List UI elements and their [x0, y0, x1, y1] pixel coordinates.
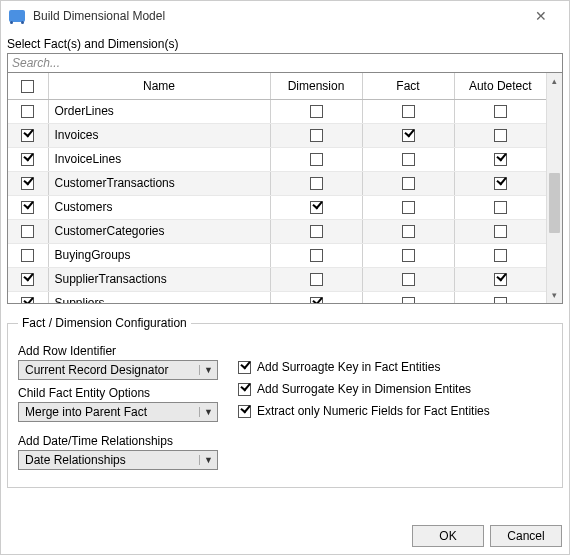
- titlebar: Build Dimensional Model ✕: [1, 1, 569, 31]
- section-label: Select Fact(s) and Dimension(s): [7, 37, 563, 51]
- row-select-checkbox[interactable]: [21, 297, 34, 303]
- row-auto-detect-checkbox[interactable]: [494, 249, 507, 262]
- config-fieldset: Fact / Dimension Configuration Add Row I…: [7, 316, 563, 488]
- opt-numeric-only-checkbox[interactable]: [238, 405, 251, 418]
- col-dimension[interactable]: Dimension: [270, 73, 362, 99]
- chevron-down-icon: ▼: [199, 407, 217, 417]
- row-auto-detect-checkbox[interactable]: [494, 105, 507, 118]
- row-auto-detect-checkbox[interactable]: [494, 177, 507, 190]
- row-dimension-checkbox[interactable]: [310, 177, 323, 190]
- row-id-label: Add Row Identifier: [18, 344, 218, 358]
- row-fact-checkbox[interactable]: [402, 249, 415, 262]
- search-input[interactable]: [8, 54, 562, 72]
- child-fact-value: Merge into Parent Fact: [19, 405, 199, 419]
- scroll-thumb[interactable]: [549, 173, 560, 233]
- date-rel-label: Add Date/Time Relationships: [18, 434, 218, 448]
- row-dimension-checkbox[interactable]: [310, 153, 323, 166]
- dialog-footer: OK Cancel: [412, 525, 562, 547]
- row-auto-detect-checkbox[interactable]: [494, 225, 507, 238]
- row-name[interactable]: CustomerTransactions: [48, 171, 270, 195]
- scroll-down-arrow-icon[interactable]: ▾: [547, 287, 562, 303]
- row-name[interactable]: OrderLines: [48, 99, 270, 123]
- row-select-checkbox[interactable]: [21, 177, 34, 190]
- row-name[interactable]: SupplierTransactions: [48, 267, 270, 291]
- row-dimension-checkbox[interactable]: [310, 105, 323, 118]
- col-name[interactable]: Name: [48, 73, 270, 99]
- row-dimension-checkbox[interactable]: [310, 225, 323, 238]
- col-fact[interactable]: Fact: [362, 73, 454, 99]
- row-select-checkbox[interactable]: [21, 201, 34, 214]
- opt-surrogate-dim-checkbox[interactable]: [238, 383, 251, 396]
- row-name[interactable]: CustomerCategories: [48, 219, 270, 243]
- vertical-scrollbar[interactable]: ▴ ▾: [546, 73, 562, 303]
- ok-button[interactable]: OK: [412, 525, 484, 547]
- table-row: CustomerCategories: [8, 219, 546, 243]
- opt-surrogate-fact-label: Add Surroagte Key in Fact Entities: [257, 360, 440, 374]
- row-dimension-checkbox[interactable]: [310, 273, 323, 286]
- close-icon[interactable]: ✕: [521, 8, 561, 24]
- row-id-combo[interactable]: Current Record Designator ▼: [18, 360, 218, 380]
- opt-numeric-only-label: Extract only Numeric Fields for Fact Ent…: [257, 404, 490, 418]
- row-fact-checkbox[interactable]: [402, 153, 415, 166]
- col-select-all[interactable]: [8, 73, 48, 99]
- window-title: Build Dimensional Model: [33, 9, 521, 23]
- date-rel-value: Date Relationships: [19, 453, 199, 467]
- table-row: CustomerTransactions: [8, 171, 546, 195]
- row-dimension-checkbox[interactable]: [310, 297, 323, 303]
- table-row: InvoiceLines: [8, 147, 546, 171]
- chevron-down-icon: ▼: [199, 455, 217, 465]
- row-auto-detect-checkbox[interactable]: [494, 273, 507, 286]
- row-fact-checkbox[interactable]: [402, 225, 415, 238]
- table-row: BuyingGroups: [8, 243, 546, 267]
- row-auto-detect-checkbox[interactable]: [494, 129, 507, 142]
- col-auto-detect[interactable]: Auto Detect: [454, 73, 546, 99]
- row-dimension-checkbox[interactable]: [310, 201, 323, 214]
- child-fact-label: Child Fact Entity Options: [18, 386, 218, 400]
- row-name[interactable]: Suppliers: [48, 291, 270, 303]
- row-dimension-checkbox[interactable]: [310, 129, 323, 142]
- row-name[interactable]: Customers: [48, 195, 270, 219]
- row-fact-checkbox[interactable]: [402, 201, 415, 214]
- row-select-checkbox[interactable]: [21, 129, 34, 142]
- child-fact-combo[interactable]: Merge into Parent Fact ▼: [18, 402, 218, 422]
- search-wrap: [7, 53, 563, 72]
- row-auto-detect-checkbox[interactable]: [494, 153, 507, 166]
- row-select-checkbox[interactable]: [21, 105, 34, 118]
- table-row: Suppliers: [8, 291, 546, 303]
- row-dimension-checkbox[interactable]: [310, 249, 323, 262]
- table-row: SupplierTransactions: [8, 267, 546, 291]
- select-all-checkbox[interactable]: [21, 80, 34, 93]
- row-id-value: Current Record Designator: [19, 363, 199, 377]
- opt-surrogate-dim-label: Add Surrogate Key in Dimension Entites: [257, 382, 471, 396]
- row-fact-checkbox[interactable]: [402, 273, 415, 286]
- row-fact-checkbox[interactable]: [402, 177, 415, 190]
- row-auto-detect-checkbox[interactable]: [494, 201, 507, 214]
- table-header-row: Name Dimension Fact Auto Detect: [8, 73, 546, 99]
- date-rel-combo[interactable]: Date Relationships ▼: [18, 450, 218, 470]
- row-auto-detect-checkbox[interactable]: [494, 297, 507, 303]
- chevron-down-icon: ▼: [199, 365, 217, 375]
- row-name[interactable]: Invoices: [48, 123, 270, 147]
- config-legend: Fact / Dimension Configuration: [18, 316, 191, 330]
- row-select-checkbox[interactable]: [21, 273, 34, 286]
- table-row: Customers: [8, 195, 546, 219]
- row-select-checkbox[interactable]: [21, 225, 34, 238]
- entity-table: Name Dimension Fact Auto Detect OrderLin…: [7, 72, 563, 304]
- row-name[interactable]: InvoiceLines: [48, 147, 270, 171]
- table-row: OrderLines: [8, 99, 546, 123]
- row-select-checkbox[interactable]: [21, 153, 34, 166]
- app-icon: [9, 10, 25, 22]
- table-row: Invoices: [8, 123, 546, 147]
- row-fact-checkbox[interactable]: [402, 297, 415, 303]
- opt-surrogate-fact-checkbox[interactable]: [238, 361, 251, 374]
- row-name[interactable]: BuyingGroups: [48, 243, 270, 267]
- cancel-button[interactable]: Cancel: [490, 525, 562, 547]
- row-select-checkbox[interactable]: [21, 249, 34, 262]
- row-fact-checkbox[interactable]: [402, 105, 415, 118]
- scroll-up-arrow-icon[interactable]: ▴: [547, 73, 562, 89]
- row-fact-checkbox[interactable]: [402, 129, 415, 142]
